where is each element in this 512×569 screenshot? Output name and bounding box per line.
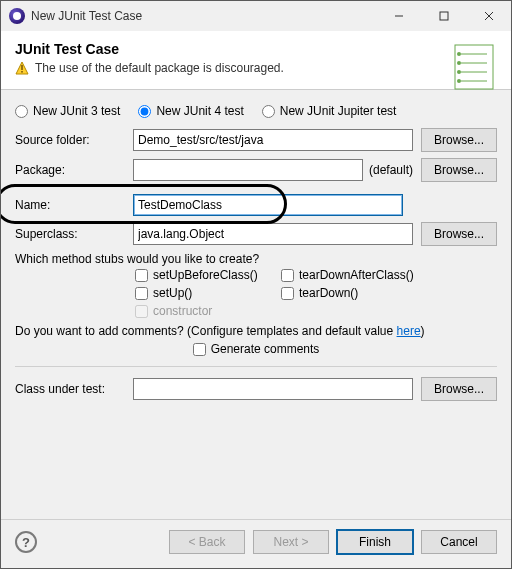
help-button[interactable]: ?	[15, 531, 37, 553]
eclipse-icon	[9, 8, 25, 24]
name-label: Name:	[15, 198, 125, 212]
chk-setupbeforeclass[interactable]: setUpBeforeClass()	[135, 268, 275, 282]
warning-icon	[15, 61, 29, 75]
svg-rect-5	[21, 65, 22, 70]
warning-message: The use of the default package is discou…	[15, 61, 497, 75]
page-title: JUnit Test Case	[15, 41, 497, 57]
separator	[15, 366, 497, 367]
radio-junit4[interactable]: New JUnit 4 test	[138, 104, 243, 118]
class-under-test-input[interactable]	[133, 378, 413, 400]
chk-teardownafterclass[interactable]: tearDownAfterClass()	[281, 268, 441, 282]
dialog-window: New JUnit Test Case JUnit Test Case The …	[0, 0, 512, 569]
svg-point-13	[457, 61, 461, 65]
minimize-button[interactable]	[376, 1, 421, 31]
superclass-input[interactable]	[133, 223, 413, 245]
maximize-button[interactable]	[421, 1, 466, 31]
svg-rect-7	[455, 45, 493, 89]
chk-teardown[interactable]: tearDown()	[281, 286, 441, 300]
stubs-question: Which method stubs would you like to cre…	[15, 252, 497, 266]
close-button[interactable]	[466, 1, 511, 31]
package-label: Package:	[15, 163, 125, 177]
radio-jupiter[interactable]: New JUnit Jupiter test	[262, 104, 397, 118]
junit-banner-icon	[445, 39, 501, 95]
cancel-button[interactable]: Cancel	[421, 530, 497, 554]
name-input[interactable]	[133, 194, 403, 216]
svg-point-15	[457, 79, 461, 83]
titlebar: New JUnit Test Case	[1, 1, 511, 31]
svg-point-14	[457, 70, 461, 74]
wizard-footer: ? < Back Next > Finish Cancel	[1, 519, 511, 568]
window-title: New JUnit Test Case	[31, 9, 376, 23]
superclass-label: Superclass:	[15, 227, 125, 241]
source-folder-browse-button[interactable]: Browse...	[421, 128, 497, 152]
svg-point-12	[457, 52, 461, 56]
radio-junit3[interactable]: New JUnit 3 test	[15, 104, 120, 118]
chk-generate-comments[interactable]: Generate comments	[193, 342, 320, 356]
chk-constructor: constructor	[135, 304, 275, 318]
finish-button[interactable]: Finish	[337, 530, 413, 554]
warning-text: The use of the default package is discou…	[35, 61, 284, 75]
wizard-header: JUnit Test Case The use of the default p…	[1, 31, 511, 90]
superclass-browse-button[interactable]: Browse...	[421, 222, 497, 246]
svg-rect-6	[21, 71, 22, 73]
comments-question: Do you want to add comments? (Configure …	[15, 324, 425, 338]
next-button: Next >	[253, 530, 329, 554]
package-default-suffix: (default)	[369, 163, 413, 177]
source-folder-label: Source folder:	[15, 133, 125, 147]
class-under-test-label: Class under test:	[15, 382, 125, 396]
package-input[interactable]	[133, 159, 363, 181]
svg-rect-1	[440, 12, 448, 20]
configure-templates-link[interactable]: here	[397, 324, 421, 338]
back-button: < Back	[169, 530, 245, 554]
package-browse-button[interactable]: Browse...	[421, 158, 497, 182]
chk-setup[interactable]: setUp()	[135, 286, 275, 300]
wizard-content: New JUnit 3 test New JUnit 4 test New JU…	[1, 90, 511, 519]
class-under-test-browse-button[interactable]: Browse...	[421, 377, 497, 401]
source-folder-input[interactable]	[133, 129, 413, 151]
junit-version-radios: New JUnit 3 test New JUnit 4 test New JU…	[15, 104, 497, 118]
